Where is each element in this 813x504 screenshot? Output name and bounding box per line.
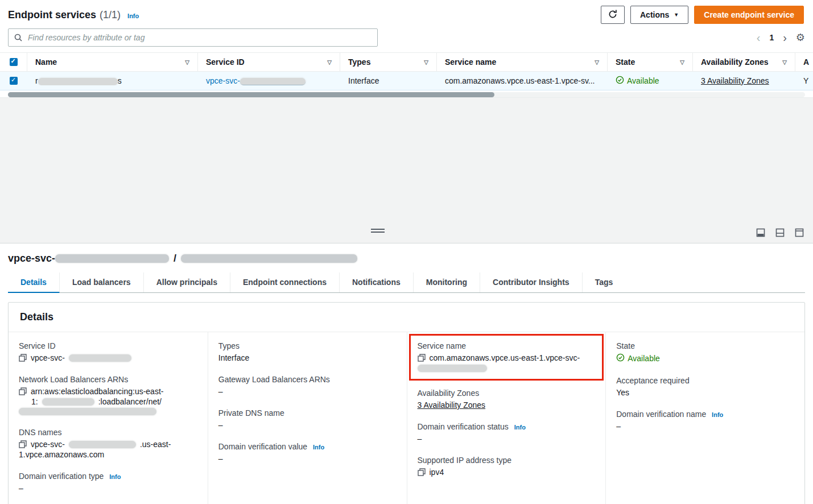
- service-id-link[interactable]: vpce-svc-: [206, 76, 240, 85]
- domain-verification-type-labelrow: Domain verification type Info: [19, 472, 197, 481]
- panel-split-layout-icon[interactable]: [775, 228, 785, 237]
- tab-tags[interactable]: Tags: [583, 272, 626, 292]
- gear-icon[interactable]: ⚙: [796, 31, 805, 44]
- actions-button[interactable]: Actions ▼: [630, 6, 688, 24]
- field-service-id: Service ID vpce-svc-: [19, 341, 197, 362]
- ip-type-label: Supported IP address type: [418, 456, 596, 465]
- row-service-name-cell: com.amazonaws.vpce.us-east-1.vpce-sv...: [437, 76, 608, 85]
- glb-arns-value: –: [218, 387, 397, 396]
- split-drag-handle[interactable]: [371, 229, 385, 233]
- table-header: Name ▽ Service ID ▽ Types ▽ Service name…: [0, 52, 813, 72]
- types-label: Types: [218, 341, 397, 350]
- field-nlb-arns: Network Load Balancers ARNs arn:aws:elas…: [19, 375, 197, 415]
- chevron-right-icon[interactable]: ›: [783, 32, 787, 43]
- column-header-types[interactable]: Types ▽: [340, 53, 437, 71]
- state-label: State: [616, 341, 794, 350]
- column-header-name-label: Name: [35, 57, 57, 67]
- detail-title-prefix: vpce-svc-: [8, 253, 55, 265]
- domain-verification-name-value: –: [616, 422, 794, 431]
- filter-icon[interactable]: ▽: [782, 59, 787, 65]
- filter-icon[interactable]: ▽: [595, 59, 599, 65]
- column-header-state[interactable]: State ▽: [608, 53, 693, 71]
- info-link[interactable]: Info: [127, 13, 139, 19]
- search-input[interactable]: [8, 28, 378, 47]
- filter-icon[interactable]: ▽: [185, 59, 189, 65]
- column-header-service-name-label: Service name: [445, 57, 496, 67]
- redacted-service-id: [240, 78, 306, 85]
- select-all-checkbox[interactable]: [10, 58, 18, 66]
- glb-arns-label: Gateway Load Balancers ARNs: [218, 375, 397, 384]
- horizontal-scrollbar-thumb[interactable]: [8, 92, 494, 97]
- page-header: Endpoint services (1/1) Info Actions ▼ C…: [0, 0, 813, 26]
- field-state: State Available: [616, 341, 794, 363]
- select-all-checkbox-cell: [0, 53, 27, 71]
- chevron-left-icon[interactable]: ‹: [757, 32, 761, 43]
- types-value: Interface: [218, 353, 397, 362]
- panel-bottom-layout-icon[interactable]: [756, 228, 765, 237]
- column-header-overflow-label: A: [803, 57, 809, 67]
- field-dns-names: DNS names vpce-svc-.us-east- 1.vpce.amaz…: [19, 428, 197, 459]
- tab-notifications[interactable]: Notifications: [340, 272, 414, 292]
- panel-full-layout-icon[interactable]: [795, 228, 804, 237]
- row-checkbox-cell: [0, 77, 27, 85]
- service-name-annotation-box: Service name com.amazonaws.vpce.us-east-…: [409, 334, 604, 381]
- info-link[interactable]: Info: [313, 444, 324, 451]
- tab-monitoring[interactable]: Monitoring: [414, 272, 480, 292]
- refresh-icon: [608, 9, 618, 21]
- split-panel-gap: [0, 97, 813, 243]
- filter-icon[interactable]: ▽: [680, 59, 684, 65]
- column-header-availability-zones[interactable]: Availability Zones ▽: [693, 53, 795, 71]
- ip-type-value: ipv4: [430, 468, 444, 477]
- header-actions: Actions ▼ Create endpoint service: [601, 6, 804, 24]
- copy-icon[interactable]: [19, 354, 27, 362]
- service-name-value: com.amazonaws.vpce.us-east-1.vpce-svc-: [430, 353, 580, 362]
- tab-load-balancers[interactable]: Load balancers: [60, 272, 144, 292]
- tab-allow-principals[interactable]: Allow principals: [144, 272, 230, 292]
- domain-verification-value-label: Domain verification value: [218, 442, 307, 451]
- details-column-1: Service ID vpce-svc- Network Load Balanc…: [9, 332, 208, 504]
- copy-icon[interactable]: [19, 440, 27, 448]
- availability-zones-label: Availability Zones: [418, 389, 596, 398]
- availability-zones-link[interactable]: 3 Availability Zones: [418, 400, 486, 410]
- domain-verification-status-value: –: [418, 434, 596, 443]
- nlb-arn-line2a: 1:: [31, 397, 38, 406]
- status-badge: Available: [616, 76, 659, 86]
- copy-icon[interactable]: [418, 354, 426, 362]
- horizontal-scrollbar[interactable]: [8, 92, 805, 97]
- info-link[interactable]: Info: [514, 424, 526, 431]
- state-value: Available: [628, 354, 660, 363]
- availability-zones-link[interactable]: 3 Availability Zones: [701, 76, 769, 85]
- detail-panel: vpce-svc-/ Details Load balancers Allow …: [0, 243, 813, 504]
- page-title-wrap: Endpoint services (1/1) Info: [8, 9, 139, 21]
- filter-icon[interactable]: ▽: [424, 59, 428, 65]
- panel-layout-controls: [756, 228, 804, 237]
- refresh-button[interactable]: [601, 6, 625, 24]
- info-link[interactable]: Info: [109, 473, 121, 480]
- nlb-arn-line2b: :loadbalancer/net/: [98, 397, 162, 406]
- create-button-label: Create endpoint service: [704, 10, 794, 19]
- row-checkbox[interactable]: [10, 77, 18, 85]
- copy-icon[interactable]: [418, 468, 426, 476]
- info-link[interactable]: Info: [712, 411, 723, 418]
- column-header-name[interactable]: Name ▽: [27, 53, 198, 71]
- table-row[interactable]: rs vpce-svc- Interface com.amazonaws.vpc…: [0, 72, 813, 90]
- page-number[interactable]: 1: [769, 33, 774, 42]
- tab-details[interactable]: Details: [8, 272, 60, 293]
- tab-contributor-insights[interactable]: Contributor Insights: [480, 272, 583, 292]
- tab-endpoint-connections[interactable]: Endpoint connections: [230, 272, 340, 292]
- endpoint-services-section: Endpoint services (1/1) Info Actions ▼ C…: [0, 0, 813, 97]
- field-domain-verification-type: Domain verification type Info –: [19, 472, 197, 493]
- filter-icon[interactable]: ▽: [327, 59, 332, 65]
- redacted-service-id-value: [69, 354, 131, 362]
- copy-icon[interactable]: [19, 387, 27, 395]
- redacted-service-name-id: [418, 365, 487, 372]
- field-ip-type: Supported IP address type ipv4: [418, 456, 596, 477]
- row-state-cell: Available: [608, 76, 693, 86]
- column-header-overflow[interactable]: A: [795, 53, 813, 71]
- redacted-title-name: [181, 254, 357, 263]
- field-types: Types Interface: [218, 341, 397, 362]
- domain-verification-status-labelrow: Domain verification status Info: [418, 422, 596, 431]
- column-header-service-id[interactable]: Service ID ▽: [198, 53, 340, 71]
- create-endpoint-service-button[interactable]: Create endpoint service: [694, 6, 804, 24]
- column-header-service-name[interactable]: Service name ▽: [437, 53, 608, 71]
